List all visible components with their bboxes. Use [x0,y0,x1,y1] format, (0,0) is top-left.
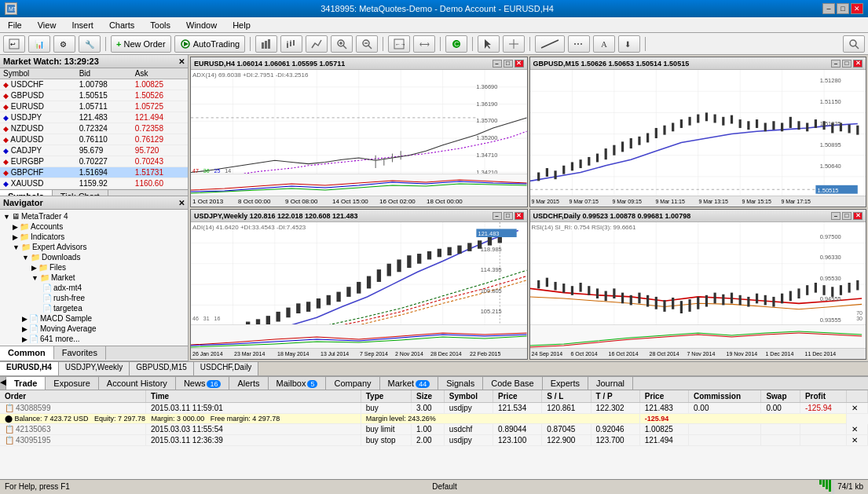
toolbar-hline-btn[interactable] [568,35,590,53]
order-row[interactable]: 📋42135063 2015.03.03 11:55:54 buy limit … [0,424,868,435]
toolbar-icon1[interactable]: ↩ [3,35,25,53]
navigator-tree-item[interactable]: ▼ 📁 Market [3,273,185,283]
tab-tick-chart[interactable]: Tick Chart [53,190,108,196]
tree-item-icon: 📁 [20,222,29,231]
bottom-tab-company[interactable]: Company [326,377,379,390]
toolbar-period-btn2[interactable]: ⟷ [413,35,435,53]
toolbar-period-btn[interactable]: ←→ [388,35,410,53]
bottom-tab-exposure[interactable]: Exposure [46,377,98,390]
zoom-in-button[interactable] [331,35,353,53]
tab-symbols[interactable]: Symbols [0,190,53,196]
bottom-panel-collapse[interactable]: ◀ [0,377,6,390]
market-watch-row[interactable]: ◆ USDJPY 121.483 121.494 [0,112,188,123]
bottom-tab-gbpusd-m15[interactable]: GBPUSD,M15 [130,362,193,375]
order-row[interactable]: ⬤ Balance: 7 423.72 USD Equity: 7 297.78… [0,414,868,424]
bottom-tab-code-base[interactable]: Code Base [483,377,542,390]
toolbar-search-btn[interactable] [843,35,865,53]
tab-favorites[interactable]: Favorites [54,346,106,360]
chart-usdjpy-close[interactable]: ✕ [515,212,524,220]
auto-trading-button[interactable]: AutoTrading [174,35,246,53]
navigator-panel: Navigator ✕ ▼ 🖥 MetaTrader 4 ▶ 📁 Account… [0,196,188,361]
chart-usdjpy-indicator-label: ADI(14) 41.6420 +DI:33.4543 -DI:7.4523 [192,224,306,231]
order-close[interactable]: ✕ [847,403,868,414]
chart-usdjpy-minimize[interactable]: – [493,212,502,220]
bottom-tab-eurusd-h4[interactable]: EURUSD,H4 [0,362,59,375]
navigator-tree-item[interactable]: 📄 rush-free [3,293,185,303]
chart-gbpusd-close[interactable]: ✕ [853,60,863,68]
order-close[interactable]: ✕ [847,435,868,446]
toolbar-crosshair-btn[interactable] [503,35,525,53]
market-watch-row[interactable]: ◆ EURUSD 1.05711 1.05725 [0,101,188,112]
tree-expand-icon: ▶ [13,233,18,241]
bottom-tab-usdchf-daily[interactable]: USDCHF,Daily [194,362,259,375]
bottom-tab-alerts[interactable]: Alerts [229,377,268,390]
chart-eurusd-maximize[interactable]: □ [504,60,513,68]
zoom-out-button[interactable] [356,35,378,53]
menu-insert[interactable]: Insert [67,19,98,31]
toolbar-green-btn[interactable]: C [445,35,467,53]
navigator-tree-item[interactable]: ▶ 📁 Indicators [3,232,185,242]
navigator-tree-item[interactable]: 📄 adx-mt4 [3,283,185,293]
market-watch-row[interactable]: ◆ CADJPY 95.679 95.720 [0,145,188,156]
market-watch-row[interactable]: ◆ USDCHF 1.00798 1.00825 [0,79,188,90]
navigator-tree-item[interactable]: ▶ 📄 641 more... [3,334,185,344]
tab-common[interactable]: Common [0,346,54,360]
maximize-button[interactable]: □ [837,3,849,14]
bottom-tab-mailbox[interactable]: Mailbox5 [269,377,327,390]
navigator-tree-item[interactable]: ▶ 📄 MACD Sample [3,313,185,324]
menu-file[interactable]: File [3,19,27,31]
chart-usdchf-minimize[interactable]: – [831,212,841,220]
order-row[interactable]: 📋43088599 2015.03.11 11:59:01 buy 3.00 u… [0,403,868,414]
minimize-button[interactable]: – [822,3,835,14]
navigator-tree-item[interactable]: ▶ 📁 Files [3,262,185,273]
toolbar-cursor-btn[interactable] [478,35,500,53]
order-row[interactable]: 📋43095195 2015.03.11 12:36:39 buy stop 2… [0,435,868,446]
order-close[interactable]: ✕ [847,424,868,435]
bottom-tab-account-history[interactable]: Account History [99,377,176,390]
market-watch-row[interactable]: ◆ GBPCHF 1.51694 1.51731 [0,167,188,178]
toolbar-icon4[interactable]: 🔧 [79,35,101,53]
navigator-tree-item[interactable]: ▼ 📁 Expert Advisors [3,242,185,252]
bottom-tab-news[interactable]: News16 [176,377,230,390]
toolbar-text-btn[interactable]: A [593,35,615,53]
chart-gbpusd-minimize[interactable]: – [831,60,841,68]
toolbar-line-btn[interactable] [535,35,565,53]
menu-help[interactable]: Help [228,19,255,31]
menu-charts[interactable]: Charts [104,19,139,31]
market-watch-row[interactable]: ◆ EURGBP 0.70227 0.70243 [0,156,188,167]
toolbar-icon3[interactable]: ⚙ [53,35,75,53]
bottom-tab-journal[interactable]: Journal [588,377,633,390]
menu-window[interactable]: Window [181,19,222,31]
market-watch-row[interactable]: ◆ AUDUSD 0.76110 0.76129 [0,134,188,145]
market-watch-row[interactable]: ◆ GBPUSD 1.50515 1.50526 [0,90,188,101]
bottom-tab-usdjpy-weekly[interactable]: USDJPY,Weekly [59,362,130,375]
toolbar-chart-btn3[interactable] [306,35,328,53]
navigator-tree-item[interactable]: ▼ 📁 Downloads [3,252,185,262]
bottom-tab-experts[interactable]: Experts [543,377,588,390]
navigator-tree-item[interactable]: ▶ 📄 Moving Average [3,324,185,334]
toolbar-icon2[interactable]: 📊 [28,35,50,53]
market-watch-row[interactable]: ◆ XAUUSD 1159.92 1160.60 [0,178,188,189]
toolbar-arrow-btn[interactable]: ⬇ [618,35,640,53]
menu-view[interactable]: View [33,19,61,31]
chart-eurusd-minimize[interactable]: – [493,60,502,68]
toolbar-chart-btn2[interactable] [280,35,302,53]
bottom-tab-signals[interactable]: Signals [438,377,483,390]
market-watch-close[interactable]: ✕ [178,57,185,66]
chart-usdchf-close[interactable]: ✕ [853,212,863,220]
chart-eurusd-close[interactable]: ✕ [515,60,524,68]
navigator-tree-item[interactable]: ▼ 🖥 MetaTrader 4 [3,211,185,221]
menu-tools[interactable]: Tools [145,19,175,31]
close-button[interactable]: ✕ [851,3,863,14]
chart-usdjpy-maximize[interactable]: □ [504,212,513,220]
navigator-close[interactable]: ✕ [178,199,185,207]
chart-usdchf-maximize[interactable]: □ [842,212,852,220]
navigator-tree-item[interactable]: 📄 targetea [3,303,185,313]
market-watch-row[interactable]: ◆ NZDUSD 0.72324 0.72358 [0,123,188,134]
new-order-button[interactable]: + New Order [111,35,171,53]
chart-gbpusd-maximize[interactable]: □ [842,60,852,68]
navigator-tree-item[interactable]: ▶ 📁 Accounts [3,221,185,232]
toolbar-chart-btn1[interactable] [255,35,277,53]
bottom-tab-market[interactable]: Market44 [380,377,439,390]
bottom-tab-trade[interactable]: Trade [6,377,46,390]
